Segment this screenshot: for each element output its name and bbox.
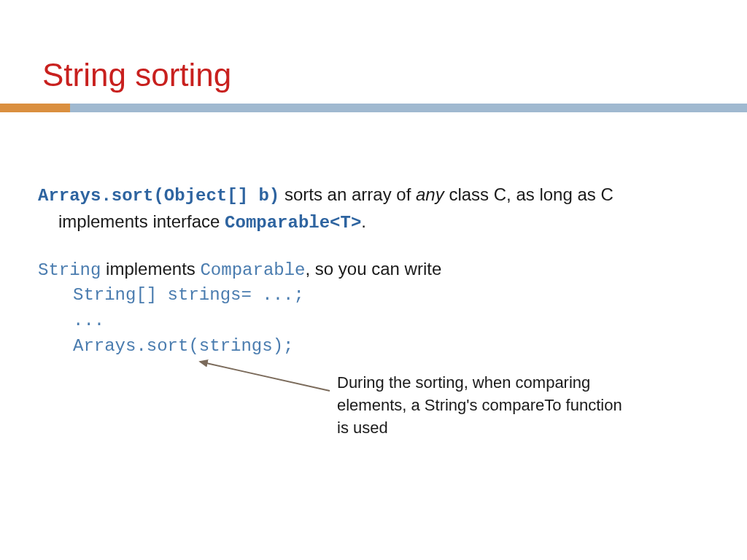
spacer <box>38 236 709 257</box>
text: . <box>361 211 366 231</box>
rule-accent <box>0 104 70 112</box>
code-comparable-t: Comparable<T> <box>225 213 361 233</box>
code-comparable: Comparable <box>200 260 305 280</box>
text: implements interface <box>58 211 225 231</box>
callout-text: During the sorting, when comparing eleme… <box>337 372 658 439</box>
code-string: String <box>38 260 101 280</box>
text: , so you can write <box>306 259 442 279</box>
code-arrays-sort: Arrays.sort(Object[] b) <box>38 186 279 206</box>
slide-title: String sorting <box>42 57 231 93</box>
para-1-line-2: implements interface Comparable<T>. <box>38 209 709 236</box>
text: class C, as long as C <box>444 184 614 204</box>
svg-line-0 <box>200 362 330 391</box>
para-1-line-1: Arrays.sort(Object[] b) sorts an array o… <box>38 182 709 209</box>
text: sorts an array of <box>279 184 416 204</box>
title-rule <box>0 104 747 112</box>
codeblock-line-1: String[] strings= ...; <box>38 283 709 308</box>
slide: String sorting Arrays.sort(Object[] b) s… <box>0 0 747 560</box>
text: implements <box>101 259 200 279</box>
codeblock-line-3: Arrays.sort(strings); <box>38 334 709 359</box>
arrow-icon <box>193 357 338 401</box>
italic-any: any <box>416 184 444 204</box>
para-2-line-1: String implements Comparable, so you can… <box>38 257 709 284</box>
callout-line-1: During the sorting, when comparing <box>337 372 658 394</box>
slide-content: Arrays.sort(Object[] b) sorts an array o… <box>38 182 709 359</box>
callout-line-2: elements, a String's compareTo function <box>337 394 658 417</box>
rule-main <box>70 104 747 112</box>
codeblock-line-2: ... <box>38 308 709 334</box>
callout-line-3: is used <box>337 417 658 440</box>
